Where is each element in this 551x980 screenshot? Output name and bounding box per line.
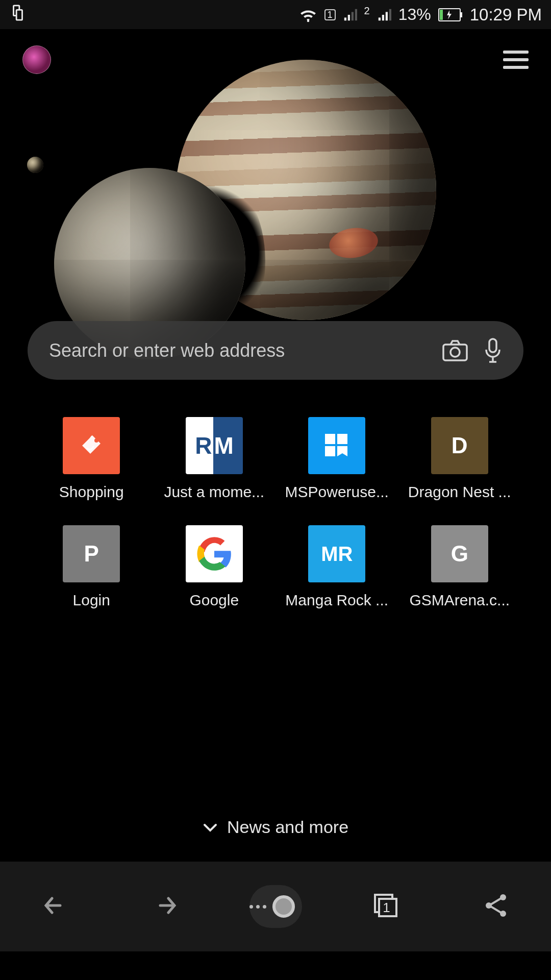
tile-label: Shopping <box>33 483 151 501</box>
share-button[interactable] <box>471 882 520 931</box>
tile-just-a-moment[interactable]: RM Just a mome... <box>156 417 273 501</box>
svg-point-9 <box>94 438 98 443</box>
share-icon <box>483 892 509 921</box>
svg-rect-12 <box>325 446 335 456</box>
sim1-badge: 1 <box>324 9 336 20</box>
home-pill-icon <box>249 885 302 928</box>
tile-label: GSMArena.c... <box>401 592 519 609</box>
arrow-left-icon <box>40 893 70 920</box>
search-input[interactable] <box>49 340 427 361</box>
home-button[interactable] <box>251 882 300 931</box>
tile-label: Just a mome... <box>156 483 273 501</box>
rm-icon: RM <box>186 417 243 474</box>
svg-point-7 <box>450 348 460 357</box>
tile-label: Dragon Nest ... <box>401 483 519 501</box>
mr-icon: MR <box>308 525 365 582</box>
wifi-icon <box>299 7 317 22</box>
news-and-more-button[interactable]: News and more <box>0 817 551 837</box>
letter-icon: D <box>431 417 488 474</box>
svg-rect-1 <box>16 10 22 20</box>
android-status-bar: 1 2 13% 10:29 PM <box>0 0 551 29</box>
back-button[interactable] <box>31 882 80 931</box>
forward-button[interactable] <box>141 882 190 931</box>
letter-icon: P <box>63 525 120 582</box>
tile-label: Google <box>156 592 273 609</box>
svg-rect-10 <box>325 434 335 444</box>
camera-icon[interactable] <box>442 339 468 362</box>
tab-count: 1 <box>383 899 390 915</box>
search-bar[interactable] <box>28 321 523 380</box>
tile-mspoweruser[interactable]: MSPoweruse... <box>278 417 396 501</box>
svg-rect-8 <box>489 339 496 352</box>
signal2-icon <box>377 8 391 22</box>
sim2-label: 2 <box>364 5 370 17</box>
microphone-icon[interactable] <box>484 337 502 364</box>
browser-new-tab: Shopping RM Just a mome... MSPoweruse...… <box>0 29 551 862</box>
tile-login[interactable]: P Login <box>33 525 151 609</box>
speed-dial-grid: Shopping RM Just a mome... MSPoweruse...… <box>0 417 551 609</box>
letter-icon: G <box>431 525 488 582</box>
tile-google[interactable]: Google <box>156 525 273 609</box>
tile-manga-rock[interactable]: MR Manga Rock ... <box>278 525 396 609</box>
tile-gsmarena[interactable]: G GSMArena.c... <box>401 525 519 609</box>
cast-icon <box>9 4 27 25</box>
shopping-tag-icon <box>63 417 120 474</box>
tile-label: Login <box>33 592 151 609</box>
svg-rect-4 <box>461 12 462 17</box>
google-g-icon <box>186 525 243 582</box>
browser-bottom-bar: 1 <box>0 862 551 951</box>
clock: 10:29 PM <box>470 5 542 24</box>
mspoweruser-icon <box>308 417 365 474</box>
tile-shopping[interactable]: Shopping <box>33 417 151 501</box>
tile-dragon-nest[interactable]: D Dragon Nest ... <box>401 417 519 501</box>
svg-rect-5 <box>440 10 443 20</box>
arrow-right-icon <box>150 893 181 920</box>
battery-charging-icon <box>438 8 463 21</box>
svg-rect-11 <box>337 434 347 444</box>
battery-pct: 13% <box>398 5 431 24</box>
chevron-down-icon <box>203 817 218 837</box>
menu-button[interactable] <box>503 51 529 69</box>
small-moon-image <box>27 157 43 173</box>
news-label: News and more <box>227 817 348 837</box>
svg-point-2 <box>307 19 309 22</box>
signal1-icon <box>343 8 357 22</box>
tile-label: Manga Rock ... <box>278 592 396 609</box>
tabs-button[interactable]: 1 <box>361 882 410 931</box>
profile-avatar[interactable] <box>22 45 51 74</box>
tile-label: MSPoweruse... <box>278 483 396 501</box>
